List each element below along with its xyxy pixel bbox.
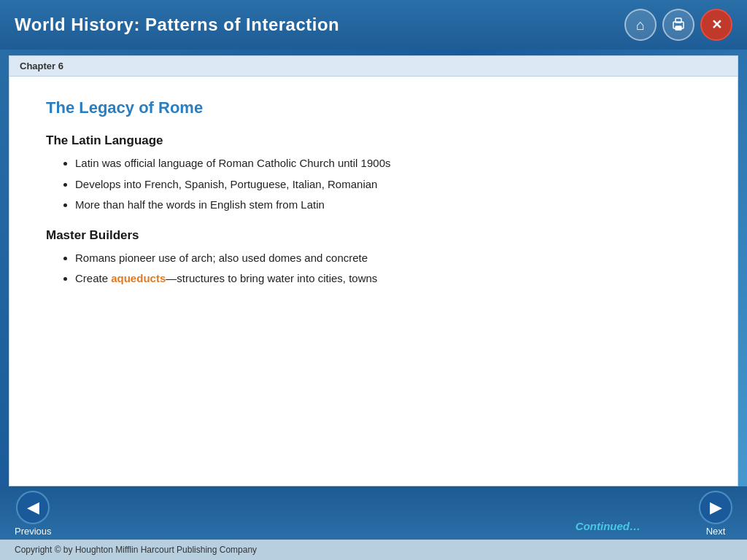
home-button[interactable]: ⌂ [624,9,657,41]
chapter-label: Chapter 6 [20,61,63,71]
list-item: Develops into French, Spanish, Portugues… [75,176,708,193]
content-box: Chapter 6 The Legacy of Rome The Latin L… [9,55,738,486]
nav-row: ◀ Previous Continued… ▶ Next [15,491,732,537]
list-item: More than half the words in English stem… [75,197,708,214]
next-nav: ▶ Next [699,491,732,537]
list-item: Create aqueducts—structures to bring wat… [75,271,708,287]
continued-label: Continued… [576,520,684,537]
svg-rect-2 [676,26,681,30]
content-area: The Legacy of Rome The Latin Language La… [9,77,738,486]
aqueduct-highlight: aqueducts [111,272,166,284]
aqueduct-prefix: Create [75,272,111,284]
close-button[interactable]: ✕ [700,9,732,41]
bottom-nav: ◀ Previous Continued… ▶ Next [0,486,747,540]
list-item: Romans pioneer use of arch; also used do… [75,250,708,267]
page-title: The Legacy of Rome [46,98,708,117]
app-header: World History: Patterns of Interaction ⌂… [0,0,747,50]
chapter-bar: Chapter 6 [9,56,738,77]
copyright-text: Copyright © by Houghton Mifflin Harcourt… [15,545,257,555]
copyright-bar: Copyright © by Houghton Mifflin Harcourt… [0,540,747,560]
app-title: World History: Patterns of Interaction [15,15,339,35]
previous-button[interactable]: ◀ [16,491,50,524]
bullet-list-latin: Latin was official language of Roman Cat… [46,155,708,214]
list-item: Latin was official language of Roman Cat… [75,155,708,172]
right-nav: Continued… ▶ Next [576,491,732,537]
next-label: Next [706,526,726,537]
previous-label: Previous [15,526,52,537]
next-button[interactable]: ▶ [699,491,732,524]
previous-nav: ◀ Previous [15,491,52,537]
section-heading-1: The Latin Language [46,133,708,148]
header-icon-group: ⌂ ✕ [624,9,732,41]
middle-section: Chapter 6 The Legacy of Rome The Latin L… [0,50,747,486]
print-button[interactable] [662,9,694,41]
aqueduct-suffix: —structures to bring water into cities, … [166,272,377,284]
section-heading-2: Master Builders [46,228,708,243]
bullet-list-builders: Romans pioneer use of arch; also used do… [46,250,708,287]
